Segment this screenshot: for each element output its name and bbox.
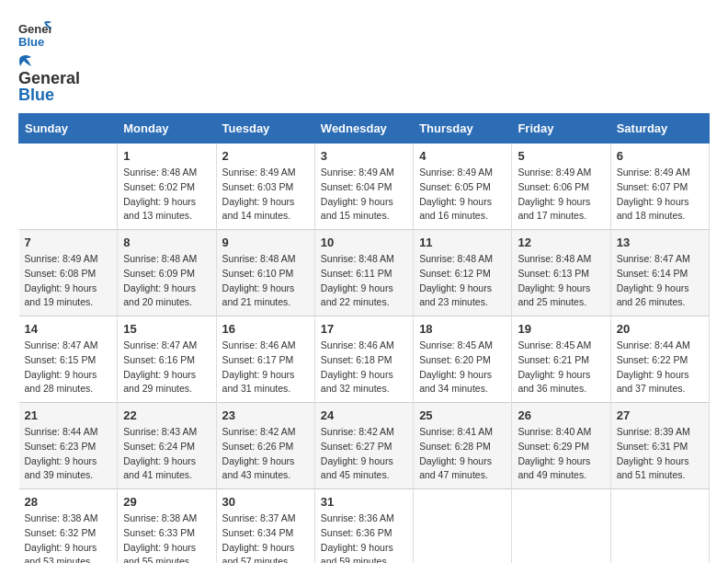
day-number: 18 bbox=[419, 322, 506, 336]
day-info: Sunrise: 8:36 AMSunset: 6:36 PMDaylight:… bbox=[321, 511, 407, 563]
day-number: 26 bbox=[518, 408, 604, 422]
day-number: 3 bbox=[321, 149, 407, 163]
day-info: Sunrise: 8:49 AMSunset: 6:05 PMDaylight:… bbox=[419, 166, 506, 224]
calendar-cell: 12Sunrise: 8:48 AMSunset: 6:13 PMDayligh… bbox=[512, 230, 610, 316]
header-day-sunday: Sunday bbox=[19, 114, 118, 144]
day-info: Sunrise: 8:38 AMSunset: 6:33 PMDaylight:… bbox=[123, 511, 210, 563]
calendar-table: SundayMondayTuesdayWednesdayThursdayFrid… bbox=[18, 113, 710, 563]
day-info: Sunrise: 8:48 AMSunset: 6:02 PMDaylight:… bbox=[123, 166, 210, 224]
calendar-cell: 14Sunrise: 8:47 AMSunset: 6:15 PMDayligh… bbox=[19, 316, 118, 403]
day-number: 6 bbox=[617, 149, 703, 163]
day-info: Sunrise: 8:38 AMSunset: 6:32 PMDaylight:… bbox=[25, 511, 112, 563]
day-number: 5 bbox=[518, 149, 604, 163]
day-info: Sunrise: 8:42 AMSunset: 6:26 PMDaylight:… bbox=[222, 425, 309, 483]
day-info: Sunrise: 8:49 AMSunset: 6:08 PMDaylight:… bbox=[25, 252, 112, 310]
day-number: 11 bbox=[419, 236, 506, 249]
day-number: 15 bbox=[123, 322, 210, 336]
day-info: Sunrise: 8:47 AMSunset: 6:16 PMDaylight:… bbox=[123, 339, 210, 396]
day-number: 1 bbox=[123, 149, 210, 163]
day-number: 22 bbox=[123, 408, 210, 422]
logo-text-general: General bbox=[18, 70, 80, 86]
day-info: Sunrise: 8:48 AMSunset: 6:13 PMDaylight:… bbox=[518, 252, 604, 310]
day-info: Sunrise: 8:49 AMSunset: 6:04 PMDaylight:… bbox=[321, 166, 407, 224]
day-number: 2 bbox=[222, 149, 309, 163]
calendar-cell: 24Sunrise: 8:42 AMSunset: 6:27 PMDayligh… bbox=[314, 403, 413, 489]
day-number: 24 bbox=[321, 408, 407, 422]
calendar-cell: 3Sunrise: 8:49 AMSunset: 6:04 PMDaylight… bbox=[314, 144, 413, 230]
calendar-cell: 19Sunrise: 8:45 AMSunset: 6:21 PMDayligh… bbox=[512, 316, 610, 403]
day-info: Sunrise: 8:48 AMSunset: 6:11 PMDaylight:… bbox=[321, 252, 407, 310]
calendar-cell: 26Sunrise: 8:40 AMSunset: 6:29 PMDayligh… bbox=[512, 403, 610, 489]
calendar-week-row: 14Sunrise: 8:47 AMSunset: 6:15 PMDayligh… bbox=[19, 316, 710, 403]
day-info: Sunrise: 8:41 AMSunset: 6:28 PMDaylight:… bbox=[419, 425, 506, 483]
header-day-monday: Monday bbox=[118, 114, 216, 144]
day-info: Sunrise: 8:43 AMSunset: 6:24 PMDaylight:… bbox=[123, 425, 210, 483]
calendar-cell: 1Sunrise: 8:48 AMSunset: 6:02 PMDaylight… bbox=[118, 144, 216, 230]
day-info: Sunrise: 8:40 AMSunset: 6:29 PMDaylight:… bbox=[518, 425, 604, 483]
calendar-cell bbox=[610, 489, 709, 564]
calendar-week-row: 28Sunrise: 8:38 AMSunset: 6:32 PMDayligh… bbox=[19, 489, 710, 564]
calendar-cell: 27Sunrise: 8:39 AMSunset: 6:31 PMDayligh… bbox=[610, 403, 709, 489]
day-info: Sunrise: 8:46 AMSunset: 6:18 PMDaylight:… bbox=[321, 339, 407, 396]
calendar-cell bbox=[19, 144, 118, 230]
calendar-cell: 22Sunrise: 8:43 AMSunset: 6:24 PMDayligh… bbox=[118, 403, 216, 489]
day-info: Sunrise: 8:42 AMSunset: 6:27 PMDaylight:… bbox=[321, 425, 407, 483]
day-info: Sunrise: 8:46 AMSunset: 6:17 PMDaylight:… bbox=[222, 339, 309, 396]
calendar-cell: 7Sunrise: 8:49 AMSunset: 6:08 PMDaylight… bbox=[19, 230, 118, 316]
day-info: Sunrise: 8:48 AMSunset: 6:09 PMDaylight:… bbox=[123, 252, 210, 310]
day-number: 7 bbox=[25, 236, 112, 249]
day-info: Sunrise: 8:47 AMSunset: 6:14 PMDaylight:… bbox=[617, 252, 703, 310]
day-number: 10 bbox=[321, 236, 407, 249]
header-day-tuesday: Tuesday bbox=[216, 114, 314, 144]
calendar-cell: 28Sunrise: 8:38 AMSunset: 6:32 PMDayligh… bbox=[19, 489, 118, 564]
day-info: Sunrise: 8:48 AMSunset: 6:12 PMDaylight:… bbox=[419, 252, 506, 310]
calendar-cell: 25Sunrise: 8:41 AMSunset: 6:28 PMDayligh… bbox=[414, 403, 512, 489]
day-info: Sunrise: 8:49 AMSunset: 6:07 PMDaylight:… bbox=[617, 166, 703, 224]
page-header: General Blue General Blue bbox=[18, 18, 710, 104]
day-info: Sunrise: 8:37 AMSunset: 6:34 PMDaylight:… bbox=[222, 511, 309, 563]
day-number: 30 bbox=[222, 495, 309, 509]
day-info: Sunrise: 8:47 AMSunset: 6:15 PMDaylight:… bbox=[25, 339, 112, 396]
day-info: Sunrise: 8:44 AMSunset: 6:23 PMDaylight:… bbox=[25, 425, 112, 483]
calendar-header-row: SundayMondayTuesdayWednesdayThursdayFrid… bbox=[19, 114, 710, 144]
calendar-cell: 31Sunrise: 8:36 AMSunset: 6:36 PMDayligh… bbox=[314, 489, 413, 564]
calendar-cell bbox=[512, 489, 610, 564]
day-info: Sunrise: 8:45 AMSunset: 6:21 PMDaylight:… bbox=[518, 339, 604, 396]
day-info: Sunrise: 8:44 AMSunset: 6:22 PMDaylight:… bbox=[617, 339, 703, 396]
calendar-week-row: 7Sunrise: 8:49 AMSunset: 6:08 PMDaylight… bbox=[19, 230, 710, 316]
calendar-cell: 2Sunrise: 8:49 AMSunset: 6:03 PMDaylight… bbox=[216, 144, 314, 230]
day-number: 13 bbox=[617, 236, 703, 249]
day-number: 20 bbox=[617, 322, 703, 336]
calendar-cell: 29Sunrise: 8:38 AMSunset: 6:33 PMDayligh… bbox=[118, 489, 216, 564]
day-number: 16 bbox=[222, 322, 309, 336]
day-info: Sunrise: 8:48 AMSunset: 6:10 PMDaylight:… bbox=[222, 252, 309, 310]
day-number: 25 bbox=[419, 408, 506, 422]
calendar-cell: 17Sunrise: 8:46 AMSunset: 6:18 PMDayligh… bbox=[314, 316, 413, 403]
calendar-cell: 15Sunrise: 8:47 AMSunset: 6:16 PMDayligh… bbox=[118, 316, 216, 403]
day-info: Sunrise: 8:49 AMSunset: 6:03 PMDaylight:… bbox=[222, 166, 309, 224]
calendar-cell: 20Sunrise: 8:44 AMSunset: 6:22 PMDayligh… bbox=[610, 316, 709, 403]
calendar-cell: 6Sunrise: 8:49 AMSunset: 6:07 PMDaylight… bbox=[610, 144, 709, 230]
calendar-cell: 11Sunrise: 8:48 AMSunset: 6:12 PMDayligh… bbox=[414, 230, 512, 316]
day-number: 4 bbox=[419, 149, 506, 163]
day-info: Sunrise: 8:45 AMSunset: 6:20 PMDaylight:… bbox=[419, 339, 506, 396]
calendar-cell: 10Sunrise: 8:48 AMSunset: 6:11 PMDayligh… bbox=[314, 230, 413, 316]
day-number: 8 bbox=[123, 236, 210, 249]
calendar-cell: 8Sunrise: 8:48 AMSunset: 6:09 PMDaylight… bbox=[118, 230, 216, 316]
calendar-week-row: 1Sunrise: 8:48 AMSunset: 6:02 PMDaylight… bbox=[19, 144, 710, 230]
calendar-cell: 18Sunrise: 8:45 AMSunset: 6:20 PMDayligh… bbox=[414, 316, 512, 403]
calendar-cell: 5Sunrise: 8:49 AMSunset: 6:06 PMDaylight… bbox=[512, 144, 610, 230]
day-number: 21 bbox=[25, 408, 112, 422]
calendar-cell: 9Sunrise: 8:48 AMSunset: 6:10 PMDaylight… bbox=[216, 230, 314, 316]
svg-text:Blue: Blue bbox=[18, 35, 44, 49]
day-number: 14 bbox=[25, 322, 112, 336]
day-number: 17 bbox=[321, 322, 407, 336]
day-number: 27 bbox=[617, 408, 703, 422]
day-number: 23 bbox=[222, 408, 309, 422]
header-day-wednesday: Wednesday bbox=[314, 114, 413, 144]
day-info: Sunrise: 8:39 AMSunset: 6:31 PMDaylight:… bbox=[617, 425, 703, 483]
day-info: Sunrise: 8:49 AMSunset: 6:06 PMDaylight:… bbox=[518, 166, 604, 224]
calendar-cell: 23Sunrise: 8:42 AMSunset: 6:26 PMDayligh… bbox=[216, 403, 314, 489]
day-number: 19 bbox=[518, 322, 604, 336]
header-day-friday: Friday bbox=[512, 114, 610, 144]
